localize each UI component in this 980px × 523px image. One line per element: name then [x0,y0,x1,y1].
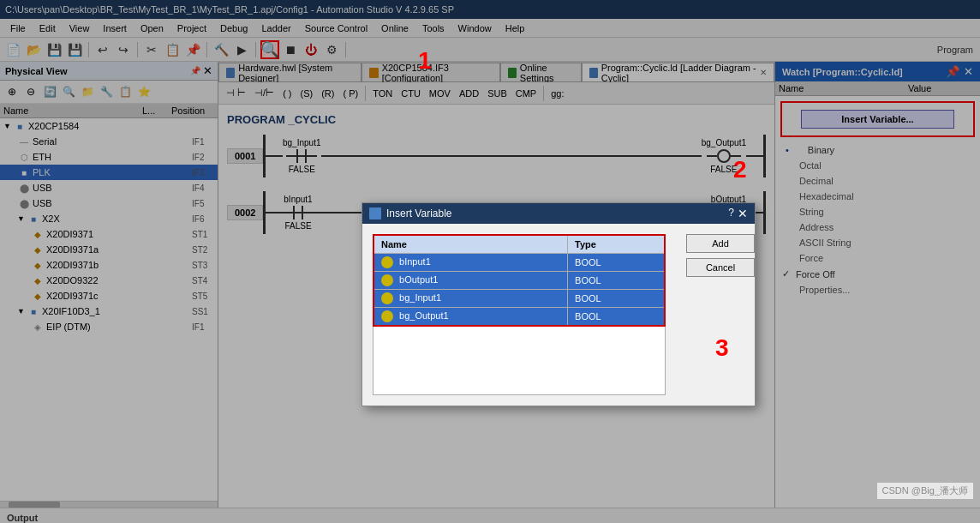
var-icon-binput1 [381,256,393,268]
modal-overlay: Insert Variable ? ✕ Name Type [0,0,980,523]
var-label-boutput1: bOutput1 [399,274,438,285]
modal-title-icon [369,207,381,219]
table-cell-bginput1-type: BOOL [568,290,665,308]
modal-cancel-btn[interactable]: Cancel [686,258,755,277]
table-cell-bgoutput1-name: bg_Output1 [373,308,568,327]
modal-buttons: Add Cancel [676,224,755,406]
modal-title-text: Insert Variable [386,207,451,219]
modal-question-btn[interactable]: ? [728,207,734,220]
var-icon-bgoutput1 [381,310,393,322]
table-header-name: Name [373,235,568,254]
var-label-binput1: bInput1 [399,256,431,267]
table-header-type: Type [568,235,665,254]
table-cell-binput1-type: BOOL [568,253,665,271]
modal-title-area: Insert Variable [369,207,451,219]
table-cell-boutput1-name: bOutput1 [373,271,568,289]
modal-titlebar: Insert Variable ? ✕ [362,203,755,224]
modal-content: Name Type bInput1 BOOL [362,224,676,406]
table-cell-bginput1-name: bg_Input1 [373,290,568,308]
table-cell-bgoutput1-type: BOOL [568,308,665,327]
table-row-boutput1[interactable]: bOutput1 BOOL [373,271,665,289]
insert-variable-modal: Insert Variable ? ✕ Name Type [362,202,756,406]
var-label-bgoutput1: bg_Output1 [399,310,449,321]
table-row-bginput1[interactable]: bg_Input1 BOOL [373,290,665,308]
table-cell-boutput1-type: BOOL [568,271,665,289]
var-icon-bginput1 [381,292,393,304]
modal-add-btn[interactable]: Add [686,234,755,253]
modal-window-controls: ? ✕ [728,207,748,220]
table-empty-area [373,327,666,395]
variable-table: Name Type bInput1 BOOL [373,234,666,327]
var-label-bginput1: bg_Input1 [399,292,441,303]
table-cell-binput1-name: bInput1 [373,253,568,271]
table-row-binput1[interactable]: bInput1 BOOL [373,253,665,271]
modal-layout: Name Type bInput1 BOOL [362,224,755,406]
var-icon-boutput1 [381,274,393,286]
table-row-bgoutput1[interactable]: bg_Output1 BOOL [373,308,665,327]
modal-close-btn[interactable]: ✕ [738,207,748,220]
